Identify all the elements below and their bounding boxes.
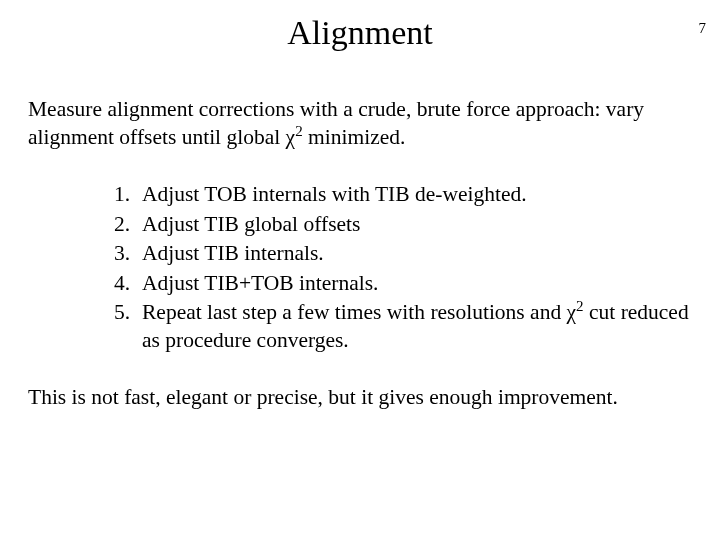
- numbered-list: 1. Adjust TOB internals with TIB de-weig…: [28, 181, 692, 354]
- list-text: Repeat last step a few times with resolu…: [142, 299, 692, 354]
- list-text: Adjust TIB global offsets: [142, 211, 692, 239]
- chi-symbol: χ: [567, 300, 577, 324]
- list-number: 2.: [100, 211, 142, 239]
- page-number: 7: [699, 20, 707, 37]
- list-text: Adjust TIB internals.: [142, 240, 692, 268]
- slide: 7 Alignment Measure alignment correction…: [0, 14, 720, 540]
- step5-text-1: Repeat last step a few times with resolu…: [142, 300, 567, 324]
- list-text: Adjust TIB+TOB internals.: [142, 270, 692, 298]
- list-number: 5.: [100, 299, 142, 354]
- list-number: 4.: [100, 270, 142, 298]
- chi-superscript: 2: [576, 298, 584, 314]
- slide-title: Alignment: [0, 14, 720, 52]
- closing-paragraph: This is not fast, elegant or precise, bu…: [28, 384, 692, 412]
- list-text: Adjust TOB internals with TIB de-weighte…: [142, 181, 692, 209]
- chi-symbol: χ: [286, 125, 296, 149]
- chi-superscript: 2: [295, 122, 303, 138]
- list-item: 5. Repeat last step a few times with res…: [100, 299, 692, 354]
- intro-paragraph: Measure alignment corrections with a cru…: [28, 96, 692, 151]
- list-number: 3.: [100, 240, 142, 268]
- list-item: 3. Adjust TIB internals.: [100, 240, 692, 268]
- list-item: 4. Adjust TIB+TOB internals.: [100, 270, 692, 298]
- list-item: 1. Adjust TOB internals with TIB de-weig…: [100, 181, 692, 209]
- intro-text-2: minimized.: [303, 125, 406, 149]
- list-item: 2. Adjust TIB global offsets: [100, 211, 692, 239]
- list-number: 1.: [100, 181, 142, 209]
- slide-body: Measure alignment corrections with a cru…: [0, 96, 720, 412]
